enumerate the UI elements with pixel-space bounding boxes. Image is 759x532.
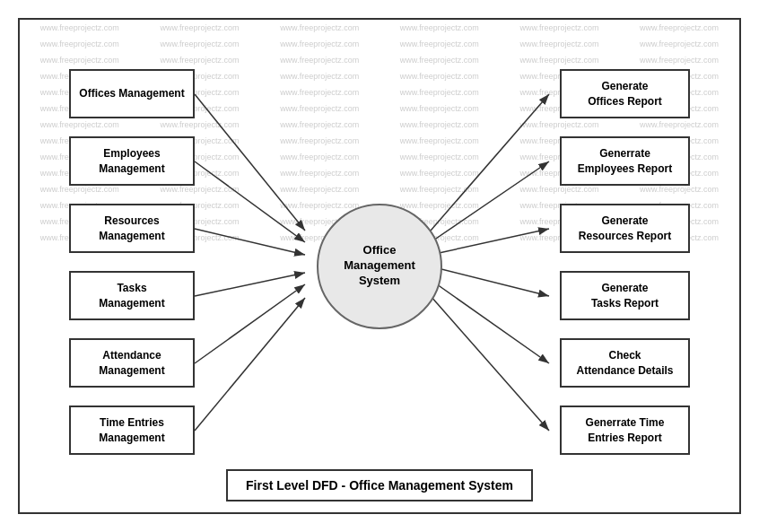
svg-line-12	[431, 296, 549, 431]
center-circle: OfficeManagementSystem	[317, 204, 442, 329]
check-attendance-details-box: CheckAttendance Details	[560, 338, 690, 388]
generate-resources-report-box: GenerateResources Report	[560, 204, 690, 253]
generate-tasks-report-box: GenerateTasks Report	[560, 271, 690, 320]
svg-line-7	[431, 94, 549, 231]
employees-management-box: EmployeesManagement	[69, 136, 195, 186]
timeentries-management-box: Time EntriesManagement	[69, 406, 195, 455]
diagram-container: (function() { const grid = document.quer…	[18, 18, 741, 514]
svg-line-2	[195, 161, 305, 242]
diagram-caption: First Level DFD - Office Management Syst…	[226, 469, 533, 501]
generate-offices-report-box: GenerateOffices Report	[560, 69, 690, 118]
svg-line-4	[195, 273, 305, 296]
svg-line-5	[195, 284, 305, 363]
svg-line-1	[195, 94, 305, 231]
resources-management-box: ResourcesManagement	[69, 204, 195, 253]
svg-line-9	[431, 229, 549, 255]
tasks-management-box: TasksManagement	[69, 271, 195, 320]
svg-line-11	[431, 280, 549, 363]
offices-management-box: Offices Management	[69, 69, 195, 118]
svg-line-6	[195, 298, 305, 431]
svg-line-3	[195, 229, 305, 255]
generate-timeentries-report-box: Generrate TimeEntries Report	[560, 406, 690, 455]
center-label: OfficeManagementSystem	[344, 243, 414, 289]
generate-employees-report-box: GenerrateEmployees Report	[560, 136, 690, 186]
svg-line-8	[431, 161, 549, 242]
attendance-management-box: AttendanceManagement	[69, 338, 195, 388]
